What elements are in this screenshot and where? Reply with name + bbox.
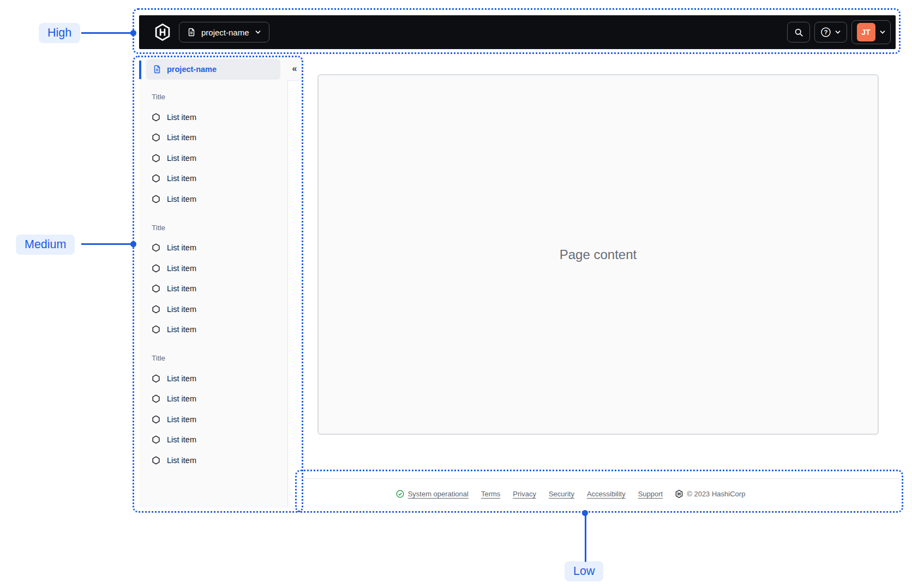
- footer-link-security[interactable]: Security: [549, 490, 574, 498]
- hexagon-icon: [152, 325, 160, 334]
- copyright-text: © 2023 HashiCorp: [687, 490, 745, 498]
- sidebar-item-label: List item: [167, 284, 196, 293]
- sidebar-item[interactable]: List item: [152, 389, 287, 410]
- hexagon-icon: [152, 264, 160, 273]
- search-button[interactable]: [787, 22, 810, 43]
- main-content: Page content: [317, 74, 879, 435]
- sidebar-item-label: List item: [167, 195, 196, 203]
- sidebar-item[interactable]: List item: [152, 128, 287, 148]
- sidebar-item-label: List item: [167, 113, 196, 122]
- footer-link-privacy[interactable]: Privacy: [513, 490, 536, 498]
- annotation-dot-medium: [130, 241, 136, 247]
- check-circle-icon: [396, 490, 404, 498]
- project-switcher-button[interactable]: project-name: [179, 22, 269, 43]
- sidebar-collapse-button[interactable]: «: [287, 57, 302, 81]
- avatar: JT: [857, 23, 875, 41]
- help-icon: ?: [820, 27, 831, 38]
- sidebar-item[interactable]: List item: [152, 258, 287, 279]
- hexagon-icon: [152, 174, 160, 183]
- sidebar-item-label: List item: [167, 133, 196, 142]
- sidebar-item[interactable]: List item: [152, 107, 287, 128]
- sidebar-item-label: List item: [167, 374, 196, 383]
- sidebar-item-label: List item: [167, 415, 196, 424]
- sidebar: project-name Title List item List item L…: [139, 57, 287, 507]
- sidebar-item[interactable]: List item: [152, 450, 287, 471]
- sidebar-item[interactable]: List item: [152, 238, 287, 259]
- page-content-placeholder: Page content: [560, 247, 637, 262]
- sidebar-item[interactable]: List item: [152, 430, 287, 451]
- help-menu-button[interactable]: ?: [814, 22, 847, 43]
- sidebar-item-label: List item: [167, 264, 196, 273]
- copyright: © 2023 HashiCorp: [675, 490, 745, 498]
- status-link[interactable]: System operational: [396, 490, 469, 498]
- sidebar-item-label: List item: [167, 154, 196, 163]
- sidebar-item[interactable]: List item: [152, 169, 287, 189]
- chevron-down-icon: [835, 29, 841, 35]
- annotation-dot-high: [130, 30, 136, 36]
- hexagon-icon: [152, 456, 160, 465]
- sidebar-item[interactable]: List item: [152, 148, 287, 169]
- sidebar-item-label: List item: [167, 456, 196, 465]
- collapse-icon: «: [292, 64, 297, 74]
- section-title: Title: [152, 87, 287, 107]
- user-menu-button[interactable]: JT: [851, 20, 891, 44]
- sidebar-item-label: List item: [167, 243, 196, 252]
- annotation-label-low: Low: [565, 561, 603, 581]
- hexagon-icon: [152, 374, 160, 383]
- sidebar-active-indicator: [139, 61, 141, 79]
- svg-text:?: ?: [824, 29, 828, 35]
- sidebar-item[interactable]: List item: [152, 368, 287, 389]
- hexagon-icon: [152, 243, 160, 252]
- annotation-label-high: High: [39, 23, 80, 43]
- footer-link-support[interactable]: Support: [638, 490, 663, 498]
- hexagon-icon: [152, 305, 160, 314]
- hexagon-icon: [152, 394, 160, 403]
- sidebar-item-label: List item: [167, 394, 196, 403]
- sidebar-item[interactable]: List item: [152, 409, 287, 430]
- footer-link-terms[interactable]: Terms: [481, 490, 500, 498]
- hashicorp-logo: [675, 490, 683, 498]
- chevron-down-icon: [255, 29, 261, 35]
- project-switcher-label: project-name: [201, 28, 249, 37]
- footer: System operational Terms Privacy Securit…: [298, 479, 900, 509]
- sidebar-item-label: List item: [167, 325, 196, 334]
- hexagon-icon: [152, 435, 160, 444]
- hashicorp-logo: [154, 23, 171, 41]
- sidebar-item[interactable]: List item: [152, 320, 287, 340]
- sidebar-item[interactable]: List item: [152, 279, 287, 299]
- annotation-connector-high: [81, 32, 133, 34]
- section-title: Title: [152, 218, 287, 238]
- sidebar-item[interactable]: List item: [152, 299, 287, 320]
- hexagon-icon: [152, 284, 160, 293]
- top-navbar: project-name ? JT: [139, 15, 896, 49]
- sidebar-nav: Title List item List item List item List…: [139, 82, 287, 471]
- file-text-icon: [187, 28, 196, 37]
- sidebar-item-label: List item: [167, 435, 196, 444]
- hexagon-icon: [152, 415, 160, 424]
- annotation-connector-medium: [81, 243, 133, 245]
- sidebar-project-label: project-name: [167, 65, 217, 74]
- annotation-connector-low: [585, 513, 586, 562]
- annotation-label-medium: Medium: [16, 235, 75, 255]
- status-label: System operational: [408, 490, 469, 498]
- sidebar-project-link[interactable]: project-name: [146, 59, 280, 80]
- sidebar-divider: [287, 80, 288, 507]
- footer-link-accessibility[interactable]: Accessibility: [587, 490, 626, 498]
- search-icon: [794, 28, 803, 37]
- sidebar-item-label: List item: [167, 305, 196, 314]
- annotation-dot-low: [582, 510, 588, 516]
- hexagon-icon: [152, 195, 160, 203]
- hexagon-icon: [152, 154, 160, 163]
- hexagon-icon: [152, 133, 160, 142]
- sidebar-item[interactable]: List item: [152, 189, 287, 209]
- sidebar-item-label: List item: [167, 174, 196, 183]
- chevron-down-icon: [879, 29, 886, 35]
- section-title: Title: [152, 348, 287, 368]
- file-text-icon: [153, 65, 161, 74]
- hexagon-icon: [152, 113, 160, 122]
